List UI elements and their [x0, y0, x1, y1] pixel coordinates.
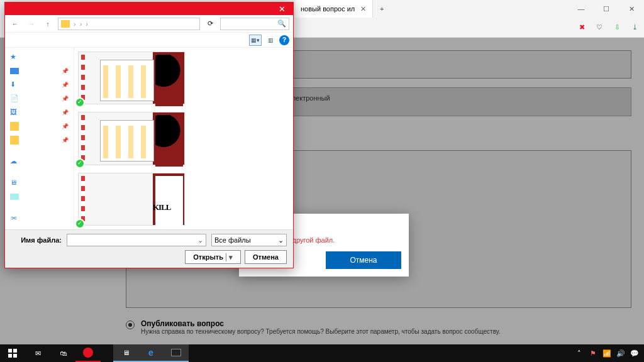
dialog-titlebar: ✕	[5, 3, 293, 15]
thumbnail-text: KILL	[153, 202, 180, 212]
save-icon[interactable]: ⤓	[629, 22, 640, 33]
nav-up-icon[interactable]: ↑	[42, 18, 54, 30]
sync-badge-icon	[75, 97, 85, 107]
pc-icon: 🖥	[10, 178, 19, 187]
search-icon: 🔍	[277, 19, 286, 28]
svg-rect-0	[8, 349, 12, 353]
system-tray: ˄ ⚑ 📶 🔊 💬	[570, 349, 644, 358]
sidebar-item-pictures[interactable]: 🖼📌	[8, 107, 71, 118]
chevron-down-icon: ⌄	[278, 236, 284, 244]
file-thumbnail[interactable]	[78, 52, 185, 104]
sidebar-item-folder[interactable]: 📌	[8, 121, 71, 132]
nav-back-icon[interactable]: ←	[9, 18, 21, 30]
pin-icon: 📌	[62, 82, 69, 88]
pin-icon: 📌	[62, 109, 69, 116]
tab-close-icon[interactable]: ✕	[358, 4, 367, 13]
window-minimize-button[interactable]: —	[569, 0, 594, 18]
sidebar-item-folder[interactable]: 📌	[8, 134, 71, 146]
view-toolbar: ▦▾ ▥ ?	[5, 33, 293, 48]
sidebar-item-documents[interactable]: 📄📌	[8, 93, 71, 104]
sidebar-item-quickaccess[interactable]: ★	[8, 52, 71, 63]
cloud-icon: ☁	[10, 157, 19, 166]
folder-icon	[10, 136, 19, 145]
desktop-icon	[10, 68, 19, 74]
file-thumbnail[interactable]	[78, 112, 185, 165]
refresh-icon[interactable]: ⟳	[204, 18, 216, 30]
start-button[interactable]	[0, 344, 25, 362]
file-open-dialog: ✕ ← → ↑ › › › ⟳ 🔍 ▦▾ ▥ ? ★ 📌 ⬇📌 �	[4, 2, 294, 268]
breadcrumb-sep-icon: ›	[74, 20, 76, 28]
sync-badge-icon	[75, 219, 85, 229]
sidebar-item-desktop[interactable]: 📌	[8, 65, 71, 77]
taskbar: ✉ 🛍 🖥 e ˄ ⚑ 📶 🔊 💬	[0, 344, 644, 362]
tray-chevron-icon[interactable]: ˄	[575, 349, 584, 358]
taskbar-mail-icon[interactable]: ✉	[25, 344, 50, 362]
window-maximize-button[interactable]: ☐	[594, 0, 619, 18]
pin-icon: 📌	[62, 68, 69, 74]
pin-icon: 📌	[62, 96, 69, 102]
folder-icon	[61, 20, 70, 28]
search-input[interactable]: 🔍	[220, 18, 289, 30]
view-details-button[interactable]: ▥	[264, 35, 277, 46]
svg-rect-2	[8, 354, 12, 358]
sync-badge-icon	[75, 158, 85, 168]
download-icon[interactable]: ⇩	[611, 22, 623, 33]
new-tab-button[interactable]: +	[373, 0, 391, 18]
browser-tab[interactable]: новый вопрос ил ✕	[296, 0, 373, 18]
pin-icon: 📌	[62, 137, 69, 143]
address-bar[interactable]: › › ›	[58, 18, 200, 30]
tray-wifi-icon[interactable]: 📶	[602, 349, 611, 358]
file-thumbnail[interactable]: KILL	[78, 173, 185, 226]
downloads-icon: ⬇	[10, 80, 19, 89]
breadcrumb-sep-icon: ›	[86, 20, 88, 28]
filename-input[interactable]: ⌄	[67, 234, 206, 246]
dialog-nav: ← → ↑ › › › ⟳ 🔍	[5, 15, 293, 33]
taskbar-opera-icon[interactable]	[75, 344, 101, 362]
drive-icon	[10, 194, 19, 200]
popup-cancel-button[interactable]: Отмена	[326, 251, 401, 269]
dialog-footer: Имя файла: ⌄ Все файлы⌄ Открыть▾ Отмена	[5, 229, 293, 268]
dialog-close-button[interactable]: ✕	[270, 3, 293, 15]
filename-label: Имя файла:	[11, 236, 62, 244]
svg-rect-3	[13, 354, 17, 358]
open-button[interactable]: Открыть▾	[185, 250, 241, 264]
sidebar-item-network[interactable]: ⫘	[8, 212, 71, 224]
dialog-sidebar: ★ 📌 ⬇📌 📄📌 🖼📌 📌 📌 ☁ 🖥 ⫘	[5, 48, 74, 229]
taskbar-store-icon[interactable]: 🛍	[50, 344, 75, 362]
taskbar-edge-icon[interactable]: e	[138, 344, 164, 362]
favorite-icon[interactable]: ♡	[594, 22, 605, 33]
thumbnail-area: KILL	[74, 48, 293, 229]
nav-forward-icon[interactable]: →	[25, 18, 38, 30]
sidebar-item-downloads[interactable]: ⬇📌	[8, 79, 71, 90]
tray-volume-icon[interactable]: 🔊	[616, 349, 625, 358]
documents-icon: 📄	[10, 94, 19, 103]
window-close-button[interactable]: ✕	[619, 0, 644, 18]
svg-rect-1	[13, 349, 17, 353]
pin-icon: 📌	[62, 123, 69, 129]
star-icon: ★	[10, 53, 19, 62]
tray-notifications-icon[interactable]: 💬	[630, 349, 639, 358]
folder-icon	[10, 122, 19, 131]
taskbar-explorer-icon[interactable]: 🖥	[113, 344, 138, 362]
sidebar-item-drive[interactable]	[8, 191, 71, 202]
sidebar-item-thispc[interactable]: 🖥	[8, 177, 71, 189]
view-thumbnails-button[interactable]: ▦▾	[249, 35, 262, 46]
dropdown-icon[interactable]: ▾	[226, 253, 233, 261]
help-icon[interactable]: ?	[279, 35, 289, 45]
pictures-icon: 🖼	[10, 108, 19, 117]
sidebar-item-onedrive[interactable]: ☁	[8, 156, 71, 167]
filetype-select[interactable]: Все файлы⌄	[211, 234, 287, 246]
stop-icon[interactable]: ✖	[576, 22, 587, 33]
breadcrumb-sep-icon: ›	[80, 20, 82, 28]
tray-flag-icon[interactable]: ⚑	[589, 349, 597, 358]
taskbar-cmd-icon[interactable]	[164, 344, 189, 362]
network-icon: ⫘	[10, 214, 19, 222]
cancel-button[interactable]: Отмена	[245, 250, 287, 264]
tab-title: новый вопрос ил	[301, 5, 355, 13]
